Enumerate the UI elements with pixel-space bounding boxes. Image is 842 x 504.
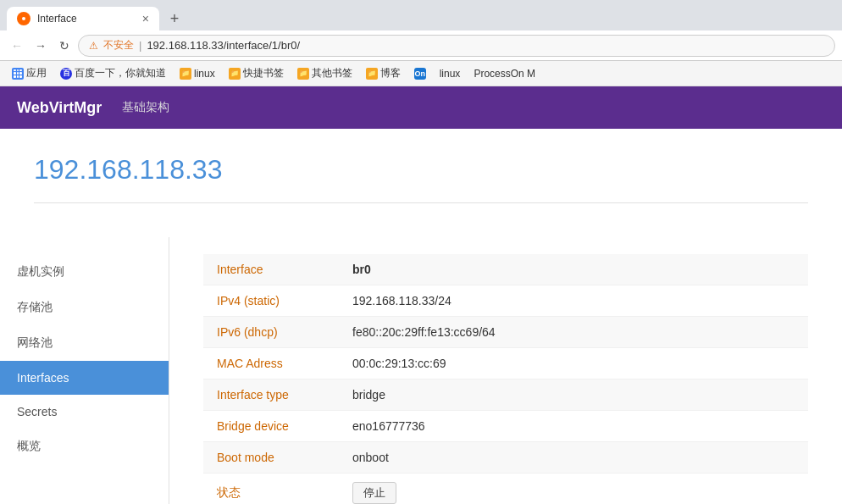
- row-label-interface: Interface: [203, 254, 339, 285]
- bookmark-quickmarks-label: 快捷书签: [243, 66, 284, 80]
- row-value-ipv6: fe80::20c:29ff:fe13:cc69/64: [339, 317, 808, 348]
- table-row: IPv6 (dhcp) fe80::20c:29ff:fe13:cc69/64: [203, 317, 808, 348]
- row-label-status: 状态: [203, 474, 339, 505]
- sidebar-item-overview[interactable]: 概览: [0, 429, 169, 464]
- bookmark-linux2-label: linux: [440, 68, 461, 80]
- on-icon: On: [414, 68, 426, 80]
- tab-close-button[interactable]: ×: [142, 12, 149, 25]
- bookmark-others-label: 其他书签: [312, 66, 352, 80]
- forward-button[interactable]: →: [30, 36, 51, 56]
- row-value-type: bridge: [339, 379, 808, 411]
- refresh-button[interactable]: ↻: [54, 36, 75, 56]
- address-separator: |: [139, 39, 141, 52]
- back-button[interactable]: ←: [7, 36, 27, 56]
- address-field[interactable]: ⚠ 不安全 | 192.168.118.33/interface/1/br0/: [78, 35, 835, 57]
- row-label-ipv6: IPv6 (dhcp): [203, 317, 339, 348]
- server-ip-title: 192.168.118.33: [34, 154, 808, 203]
- table-row: Boot mode onboot: [203, 442, 808, 474]
- server-header: 192.168.118.33: [0, 129, 842, 237]
- top-navigation: WebVirtMgr 基础架构: [0, 86, 842, 129]
- content-area: Interface br0 IPv4 (static) 192.168.118.…: [169, 237, 842, 504]
- address-text: 192.168.118.33/interface/1/br0/: [147, 39, 300, 52]
- table-row: IPv4 (static) 192.168.118.33/24: [203, 285, 808, 317]
- sidebar-item-storage[interactable]: 存储池: [0, 290, 169, 325]
- row-label-ipv4: IPv4 (static): [203, 285, 339, 317]
- bookmark-others[interactable]: 📁 其他书签: [292, 64, 357, 82]
- bookmark-processon-label: ProcessOn M: [474, 68, 535, 80]
- folder-icon-blog: 📁: [366, 68, 378, 80]
- bookmark-linux1[interactable]: 📁 linux: [174, 66, 220, 81]
- row-value-interface: br0: [339, 254, 808, 285]
- main-container: 虚机实例 存储池 网络池 Interfaces Secrets 概览 Inter…: [0, 237, 842, 504]
- svg-point-1: [22, 17, 25, 20]
- row-value-boot: onboot: [339, 442, 808, 474]
- table-row: Bridge device eno16777736: [203, 411, 808, 442]
- active-tab[interactable]: Interface ×: [7, 7, 159, 30]
- row-label-boot: Boot mode: [203, 442, 339, 474]
- folder-icon-3: 📁: [297, 68, 309, 80]
- bookmark-linux2[interactable]: linux: [435, 66, 466, 81]
- nav-link-infrastructure[interactable]: 基础架构: [122, 100, 169, 115]
- tab-favicon: [17, 12, 30, 25]
- bookmark-baidu-label: 百度一下，你就知道: [75, 66, 166, 80]
- table-row-status: 状态 停止: [203, 474, 808, 505]
- address-bar: ← → ↻ ⚠ 不安全 | 192.168.118.33/interface/1…: [0, 30, 842, 61]
- row-value-mac: 00:0c:29:13:cc:69: [339, 348, 808, 379]
- bookmark-blog[interactable]: 📁 博客: [361, 64, 406, 82]
- apps-icon: [12, 68, 24, 80]
- bookmark-on[interactable]: On: [409, 66, 431, 81]
- row-label-bridge: Bridge device: [203, 411, 339, 442]
- row-label-mac: MAC Adress: [203, 348, 339, 379]
- row-value-status: 停止: [339, 474, 808, 505]
- address-prefix: 不安全: [103, 38, 134, 53]
- row-label-type: Interface type: [203, 379, 339, 411]
- sidebar-item-interfaces[interactable]: Interfaces: [0, 361, 169, 395]
- stop-button[interactable]: 停止: [352, 482, 396, 504]
- baidu-icon: 百: [60, 68, 72, 80]
- brand-name[interactable]: WebVirtMgr: [17, 99, 102, 117]
- new-tab-button[interactable]: +: [163, 7, 186, 30]
- bookmark-apps[interactable]: 应用: [7, 64, 52, 82]
- table-row: Interface br0: [203, 254, 808, 285]
- tab-title: Interface: [37, 13, 77, 25]
- row-value-bridge: eno16777736: [339, 411, 808, 442]
- folder-icon-2: 📁: [229, 68, 241, 80]
- sidebar-item-secrets[interactable]: Secrets: [0, 395, 169, 429]
- bookmark-blog-label: 博客: [380, 66, 401, 80]
- table-row: Interface type bridge: [203, 379, 808, 411]
- bookmark-linux1-label: linux: [194, 68, 215, 80]
- bookmark-quickmarks[interactable]: 📁 快捷书签: [224, 64, 289, 82]
- bookmark-baidu[interactable]: 百 百度一下，你就知道: [55, 64, 171, 82]
- bookmark-processon[interactable]: ProcessOn M: [468, 66, 540, 81]
- sidebar-item-networks[interactable]: 网络池: [0, 325, 169, 361]
- folder-icon-1: 📁: [180, 68, 191, 80]
- bookmark-apps-label: 应用: [26, 66, 47, 80]
- tab-bar: Interface × +: [0, 0, 842, 30]
- sidebar: 虚机实例 存储池 网络池 Interfaces Secrets 概览: [0, 237, 169, 504]
- row-value-ipv4: 192.168.118.33/24: [339, 285, 808, 317]
- interface-detail-table: Interface br0 IPv4 (static) 192.168.118.…: [203, 254, 808, 504]
- page-content: WebVirtMgr 基础架构 192.168.118.33 虚机实例 存储池 …: [0, 86, 842, 504]
- insecure-icon: ⚠: [89, 40, 98, 52]
- sidebar-item-vms[interactable]: 虚机实例: [0, 254, 169, 290]
- table-row: MAC Adress 00:0c:29:13:cc:69: [203, 348, 808, 379]
- bookmarks-bar: 应用 百 百度一下，你就知道 📁 linux 📁 快捷书签 📁 其他书签: [0, 61, 842, 86]
